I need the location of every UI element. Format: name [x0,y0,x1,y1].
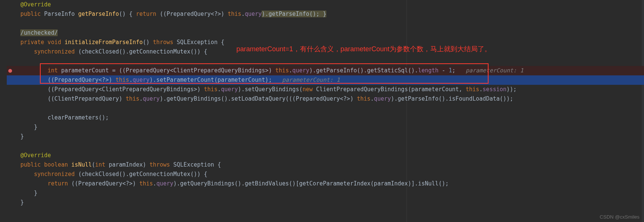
code-area[interactable]: @Override public ParseInfo getParseInfo(… [0,0,644,207]
code-line[interactable] [7,57,644,66]
code-line[interactable]: } [7,132,644,141]
code-line-breakpoint[interactable]: int parameterCount = ((PreparedQuery<Cli… [7,66,644,75]
code-line[interactable]: ((PreparedQuery<ClientPreparedQueryBindi… [7,85,644,94]
inline-hint: parameterCount: 1 [282,77,340,83]
code-line[interactable]: public ParseInfo getParseInfo() { return… [7,9,644,19]
inline-hint: parameterCount: 1 [466,67,524,74]
annotation-override: @Override [20,1,51,8]
code-line[interactable]: @Override [7,151,644,160]
code-line[interactable]: } [7,198,644,207]
code-line[interactable]: /unchecked/ [7,28,644,38]
code-editor[interactable]: @Override public ParseInfo getParseInfo(… [0,0,644,222]
code-line[interactable] [7,19,644,28]
suppress-warning: /unchecked/ [20,29,58,36]
code-line[interactable]: } [7,122,644,132]
code-line[interactable]: clearParameters(); [7,113,644,122]
breakpoint-icon[interactable] [8,69,12,73]
code-line[interactable]: return ((PreparedQuery<?>) this.query).g… [7,179,644,188]
code-line[interactable]: ((ClientPreparedQuery) this.query).getQu… [7,94,644,104]
annotation-text: parameterCount=1，有什么含义，parameterCount为参数… [236,44,491,54]
code-line[interactable] [7,141,644,151]
code-line[interactable]: } [7,188,644,198]
code-line[interactable]: synchronized (checkClosed().getConnectio… [7,170,644,179]
code-line[interactable]: public boolean isNull(int paramIndex) th… [7,160,644,170]
code-line[interactable]: @Override [7,0,644,9]
watermark: CSDN @cxSmiles [600,214,639,220]
code-line[interactable] [7,104,644,113]
code-line-current[interactable]: ((PreparedQuery<?>) this.query).setParam… [7,75,644,85]
annotation-override: @Override [20,152,51,159]
